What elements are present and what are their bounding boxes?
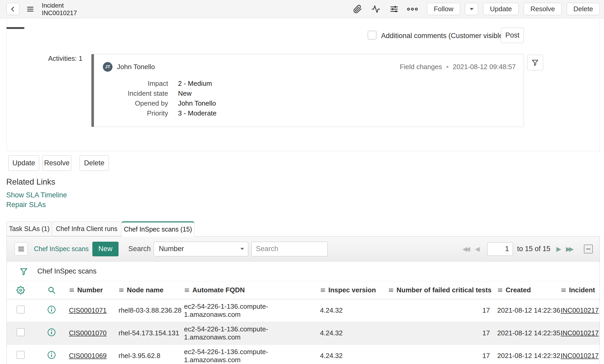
failed-critical-tests-cell: 17	[388, 322, 497, 344]
field-label: Impact	[103, 80, 168, 88]
collapse-list-icon[interactable]	[584, 245, 593, 253]
incident-link[interactable]: INC0010217	[561, 329, 599, 337]
activity-stream-scroll-handle	[7, 27, 24, 29]
field-label: Incident state	[103, 89, 168, 98]
show-sla-timeline-link[interactable]: Show SLA Timeline	[6, 191, 67, 199]
automate-fqdn-cell: ec2-54-226-1-136.compute-1.amazonaws.com	[184, 344, 320, 364]
failed-critical-tests-cell: 17	[388, 344, 497, 364]
incident-link[interactable]: INC0010217	[561, 352, 599, 360]
search-row-header[interactable]	[34, 281, 69, 299]
more-dots-icon	[407, 6, 418, 12]
update-button-header[interactable]: Update	[483, 3, 519, 15]
failed-critical-tests-cell: 17	[388, 299, 497, 322]
column-header-incident[interactable]: Incident	[561, 281, 600, 299]
update-button-form[interactable]: Update	[8, 155, 39, 171]
list-title[interactable]: Chef InSpec scans	[34, 245, 89, 253]
resolve-button-header[interactable]: Resolve	[524, 3, 562, 15]
activity-field-changes: Impact 2 - Medium Incident state New Ope…	[103, 78, 516, 118]
context-menu-button[interactable]	[26, 5, 34, 13]
repair-slas-link[interactable]: Repair SLAs	[6, 201, 46, 209]
personalize-form-button[interactable]	[388, 3, 400, 15]
row-checkbox[interactable]	[17, 328, 25, 336]
list-column-icon	[388, 288, 394, 293]
new-record-button[interactable]: New	[92, 242, 119, 256]
record-number-label: INC0010217	[42, 9, 77, 17]
gear-icon	[7, 286, 34, 294]
column-header-created[interactable]: Created	[497, 281, 561, 299]
attachment-button[interactable]	[352, 3, 363, 15]
column-header-inspec-version[interactable]: Inspec version	[320, 281, 388, 299]
field-value: 2 - Medium	[178, 80, 212, 88]
activity-filter-button[interactable]	[527, 55, 543, 70]
column-header-failed-critical-tests[interactable]: Number of failed critical tests	[388, 281, 497, 299]
table-row: CIS0001070 rhel-54.173.154.131 ec2-54-22…	[7, 322, 600, 344]
breadcrumb[interactable]: Chef InSpec scans	[37, 267, 97, 275]
list-context-menu-button[interactable]	[15, 242, 28, 256]
chevron-down-icon	[240, 247, 244, 250]
list-search-input[interactable]	[251, 242, 328, 256]
row-checkbox[interactable]	[17, 351, 25, 359]
search-field-value: Number	[159, 245, 184, 253]
first-page-icon[interactable]: ◀◀	[460, 245, 473, 253]
column-label: Number	[77, 286, 103, 294]
record-preview-button[interactable]	[47, 328, 56, 337]
tab-task-slas[interactable]: Task SLAs (1)	[7, 221, 52, 236]
field-change-row: Opened by John Tonello	[103, 98, 516, 108]
list-pagination: ◀◀ ◀ to 15 of 15 ▶ ▶▶	[460, 242, 595, 256]
list-column-icon	[69, 288, 75, 293]
record-preview-button[interactable]	[47, 351, 56, 359]
scan-number-link[interactable]: CIS0001069	[69, 352, 107, 360]
scan-number-link[interactable]: CIS0001070	[69, 329, 107, 337]
minus-icon	[586, 248, 590, 250]
more-options-button[interactable]	[407, 3, 418, 15]
node-name-cell: rhel-3.95.62.8	[119, 344, 184, 364]
tab-chef-inspec-scans[interactable]: Chef InSpec scans (15)	[121, 221, 194, 236]
table-row: CIS0001069 rhel-3.95.62.8 ec2-54-226-1-1…	[7, 344, 600, 364]
row-checkbox[interactable]	[17, 306, 25, 313]
created-cell: 2021-08-12 14:22:32	[497, 344, 561, 364]
tab-chef-infra-client-runs[interactable]: Chef Infra Client runs	[52, 221, 122, 236]
avatar: JT	[103, 62, 112, 72]
personalize-columns-header[interactable]	[7, 281, 34, 299]
column-header-node-name[interactable]: Node name	[119, 281, 184, 299]
post-button[interactable]: Post	[501, 28, 524, 43]
page-number-input[interactable]	[487, 242, 513, 256]
column-label: Created	[506, 286, 531, 294]
scan-number-link[interactable]: CIS0001071	[69, 306, 107, 314]
inspec-version-cell: 4.24.32	[320, 299, 388, 322]
list-column-icon	[561, 288, 566, 293]
follow-button[interactable]: Follow	[427, 3, 460, 15]
last-page-icon[interactable]: ▶▶	[564, 245, 576, 253]
delete-button-form[interactable]: Delete	[80, 155, 109, 171]
sliders-icon	[389, 5, 399, 14]
resolve-button-form[interactable]: Resolve	[42, 155, 71, 171]
column-label: Automate FQDN	[192, 286, 245, 294]
list-breadcrumb-row: Chef InSpec scans	[7, 262, 600, 281]
follow-dropdown-button[interactable]	[465, 3, 478, 15]
delete-button-header[interactable]: Delete	[567, 3, 600, 15]
activity-entry-card: JT John Tonello Field changes • 2021-08-…	[91, 54, 524, 127]
incident-link[interactable]: INC0010217	[561, 306, 599, 314]
additional-comments-checkbox[interactable]	[368, 31, 376, 39]
list-column-icon	[184, 288, 190, 293]
column-header-number[interactable]: Number	[69, 281, 119, 299]
follow-split-button: Follow	[427, 3, 478, 15]
column-header-row: Number Node name Automate FQDN	[7, 281, 600, 299]
search-field-select[interactable]: Number	[154, 242, 248, 256]
record-preview-button[interactable]	[47, 305, 56, 314]
column-header-automate-fqdn[interactable]: Automate FQDN	[184, 281, 320, 299]
field-change-row: Incident state New	[103, 88, 516, 98]
list-column-icon	[119, 288, 124, 293]
field-label: Priority	[103, 109, 168, 117]
back-button[interactable]	[7, 3, 19, 15]
activity-author: John Tonello	[117, 63, 155, 71]
column-label: Incident	[569, 286, 595, 294]
inspec-version-cell: 4.24.32	[320, 322, 388, 344]
chef-inspec-scans-list: Chef InSpec scans New Search Number ◀◀ ◀…	[7, 236, 600, 364]
filter-funnel-icon[interactable]	[20, 267, 28, 276]
activity-pulse-icon	[371, 5, 381, 14]
next-page-icon[interactable]: ▶	[554, 245, 564, 253]
activity-stream-button[interactable]	[370, 3, 382, 15]
previous-page-icon[interactable]: ◀	[473, 245, 482, 253]
field-change-row: Priority 3 - Moderate	[103, 108, 516, 118]
